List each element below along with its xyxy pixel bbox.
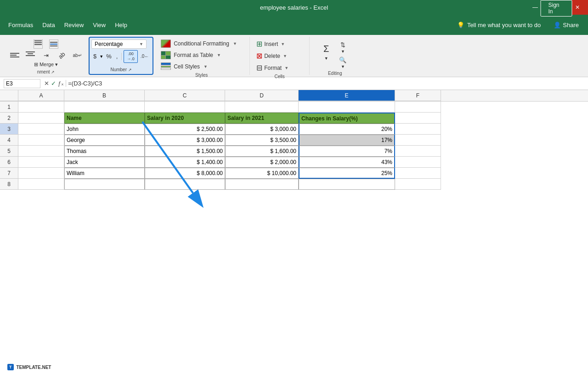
cell-d7[interactable]: $ 10,000.00 [225, 168, 299, 179]
cell-c1[interactable] [145, 102, 225, 113]
cell-e1[interactable] [299, 102, 395, 113]
cell-c2[interactable]: Salary in 2020 [145, 113, 225, 124]
cell-b6[interactable]: Jack [64, 157, 145, 168]
cell-f4[interactable] [395, 135, 441, 146]
merge-button[interactable]: ⊞ Merge ▾ [32, 61, 60, 68]
confirm-formula-icon[interactable]: ✓ [51, 80, 56, 87]
cell-b3[interactable]: John [64, 124, 145, 135]
align-middle-button[interactable] [46, 39, 61, 50]
cell-c6[interactable]: $ 1,400.00 [145, 157, 225, 168]
cell-a8[interactable] [18, 179, 64, 190]
col-header-e[interactable]: E [299, 90, 395, 101]
sign-in-button[interactable]: Sign In [541, 0, 572, 17]
menu-review[interactable]: Review [60, 19, 89, 31]
increase-decimal-button[interactable]: .00 →.0 [124, 50, 138, 63]
number-dialog-launcher[interactable]: ↗ [128, 68, 132, 72]
wrap-text-button[interactable]: ab↵ [70, 51, 85, 60]
cell-a6[interactable] [18, 157, 64, 168]
col-header-f[interactable]: F [395, 90, 441, 101]
row-header-7[interactable]: 7 [0, 168, 18, 179]
cell-a4[interactable] [18, 135, 64, 146]
cell-f5[interactable] [395, 146, 441, 157]
row-header-1[interactable]: 1 [0, 102, 18, 113]
cell-f2[interactable] [395, 113, 441, 124]
insert-function-icon[interactable]: ƒₓ [58, 80, 64, 87]
decrease-decimal-button[interactable]: .0← [139, 53, 151, 59]
row-header-4[interactable]: 4 [0, 135, 18, 146]
col-header-b[interactable]: B [64, 90, 145, 101]
cell-b1[interactable] [64, 102, 145, 113]
menu-formulas[interactable]: Formulas [4, 19, 38, 31]
cancel-formula-icon[interactable]: ✕ [44, 80, 49, 87]
row-header-2[interactable]: 2 [0, 113, 18, 124]
align-center-button[interactable] [23, 51, 38, 60]
cell-f3[interactable] [395, 124, 441, 135]
menu-help[interactable]: Help [110, 19, 132, 31]
number-format-dropdown[interactable]: Percentage ▼ [91, 40, 147, 49]
cell-e5[interactable]: 7% [299, 146, 395, 157]
cell-f6[interactable] [395, 157, 441, 168]
col-header-a[interactable]: A [18, 90, 64, 101]
cell-a7[interactable] [18, 168, 64, 179]
cell-b4[interactable]: George [64, 135, 145, 146]
format-button[interactable]: ⊟ Format ▼ [254, 62, 305, 73]
cell-c4[interactable]: $ 3,000.00 [145, 135, 225, 146]
cell-c3[interactable]: $ 2,500.00 [145, 124, 225, 135]
cell-c7[interactable]: $ 8,000.00 [145, 168, 225, 179]
dollar-dropdown[interactable]: ▼ [99, 54, 103, 59]
find-select-button[interactable]: 🔍 ▼ [335, 56, 350, 70]
cell-d5[interactable]: $ 1,600.00 [225, 146, 299, 157]
name-box[interactable] [4, 79, 40, 88]
cell-d1[interactable] [225, 102, 299, 113]
cell-d6[interactable]: $ 2,000.00 [225, 157, 299, 168]
cell-b2[interactable]: Name [64, 113, 145, 124]
cell-f7[interactable] [395, 168, 441, 179]
orientation-button[interactable]: ab [54, 51, 69, 60]
cell-e2[interactable]: Changes in Salary(%) [299, 113, 395, 124]
row-header-8[interactable]: 8 [0, 179, 18, 190]
cell-a2[interactable] [18, 113, 64, 124]
align-top-button[interactable] [31, 39, 45, 50]
cell-b8[interactable] [64, 179, 145, 190]
cell-c5[interactable]: $ 1,500.00 [145, 146, 225, 157]
row-header-6[interactable]: 6 [0, 157, 18, 168]
cell-b7[interactable]: William [64, 168, 145, 179]
col-header-d[interactable]: D [225, 90, 299, 101]
indent-button[interactable]: ⇥ [39, 51, 53, 60]
row-header-3[interactable]: 3 [0, 124, 18, 135]
conditional-formatting-button[interactable]: Conditional Formatting ▼ [157, 39, 246, 49]
cell-e7[interactable]: 25% [299, 168, 395, 179]
row-header-5[interactable]: 5 [0, 146, 18, 157]
cell-e4[interactable]: 17% [299, 135, 395, 146]
dollar-button[interactable]: $ [91, 52, 98, 60]
cell-f8[interactable] [395, 179, 441, 190]
cell-e8[interactable] [299, 179, 395, 190]
cell-styles-button[interactable]: Cell Styles ▼ [157, 62, 246, 72]
col-header-c[interactable]: C [145, 90, 225, 101]
cell-c8[interactable] [145, 179, 225, 190]
cell-a5[interactable] [18, 146, 64, 157]
insert-button[interactable]: ⊞ Insert ▼ [254, 39, 305, 49]
cell-d4[interactable]: $ 3,500.00 [225, 135, 299, 146]
align-left-button[interactable] [7, 51, 22, 60]
cell-b5[interactable]: Thomas [64, 146, 145, 157]
cell-e3[interactable]: 20% [299, 124, 395, 135]
cell-e6[interactable]: 43% [299, 157, 395, 168]
cell-a3[interactable] [18, 124, 64, 135]
tell-me-text[interactable]: Tell me what you want to do [467, 22, 541, 28]
menu-data[interactable]: Data [38, 19, 59, 31]
cell-d8[interactable] [225, 179, 299, 190]
percent-button[interactable]: % [104, 52, 113, 60]
delete-button[interactable]: ⊠ Delete ▼ [254, 51, 305, 61]
cell-d3[interactable]: $ 3,000.00 [225, 124, 299, 135]
cell-f1[interactable] [395, 102, 441, 113]
alignment-dialog-launcher[interactable]: ↗ [51, 70, 55, 74]
sort-filter-button[interactable]: ⇅ ▼ [335, 40, 350, 55]
autosum-button[interactable]: Σ ▼ [320, 40, 333, 63]
cell-d2[interactable]: Salary in 2021 [225, 113, 299, 124]
cell-a1[interactable] [18, 102, 64, 113]
menu-view[interactable]: View [88, 19, 110, 31]
format-as-table-button[interactable]: Format as Table ▼ [157, 50, 246, 60]
share-button[interactable]: 👤 Share [548, 20, 584, 30]
comma-button[interactable]: , [114, 52, 120, 60]
